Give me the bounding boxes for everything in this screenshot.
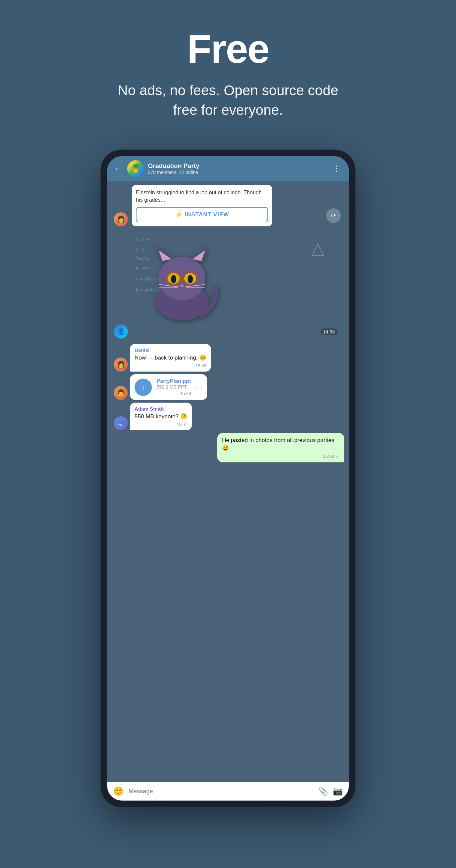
file-download-button[interactable]: ↓ <box>134 379 152 396</box>
user-avatar-3: 👩 <box>114 358 128 372</box>
svg-point-13 <box>180 284 184 287</box>
attach-button[interactable]: 📎 <box>318 786 328 796</box>
chat-body: 👩 Einstein struggled to find a job out o… <box>107 181 349 782</box>
file-message: ↓ PartyPlan.ppt 550.2 MB PPT 15:06 ⋯ <box>130 374 207 400</box>
article-bubble: Einstein struggled to find a job out of … <box>132 185 272 227</box>
phone-screen: ← 🍍 Graduation Party 278 members, 42 onl… <box>107 156 349 801</box>
user-avatar-4: 👨 <box>114 386 128 400</box>
group-info: Graduation Party 278 members, 42 online <box>148 162 326 175</box>
lightning-icon: ⚡ <box>175 211 182 218</box>
hero-subtitle: No ads, no fees. Open source code free f… <box>111 81 345 120</box>
sticker-area: 👤 A = πr² V = l³ P = 2πr A = πr² s = √(r… <box>112 232 344 339</box>
user-avatar-1: 👩 <box>114 212 128 226</box>
user-avatar-5: 🧢 <box>114 416 128 430</box>
message-time-outgoing: 15:08 <box>323 454 334 459</box>
back-button[interactable]: ← <box>113 163 123 175</box>
message-time-daniel: 15:06 <box>195 363 206 368</box>
file-name: PartyPlan.ppt <box>157 378 191 384</box>
cat-sticker <box>142 235 222 332</box>
group-name: Graduation Party <box>148 162 326 169</box>
message-input[interactable] <box>128 788 313 795</box>
group-avatar: 🍍 <box>127 160 144 177</box>
outgoing-message: He pasted in photos from all previous pa… <box>217 433 344 462</box>
article-preview-text: Einstein struggled to find a job out of … <box>136 189 268 204</box>
message-text-adam: 550 MB keynote? 🤔 <box>134 413 187 421</box>
sticker-timestamp: 14:58 <box>321 329 337 335</box>
phone-mockup: ← 🍍 Graduation Party 278 members, 42 onl… <box>101 150 355 807</box>
message-check-icon: ✓ <box>335 454 339 459</box>
group-meta: 278 members, 42 online <box>148 169 326 175</box>
share-icon: ⟳ <box>331 212 336 219</box>
message-row-daniel: 👩 Daniel Now — back to planning. 😉 15:06 <box>112 344 344 372</box>
message-text-outgoing: He pasted in photos from all previous pa… <box>222 436 339 452</box>
article-message-row: 👩 Einstein struggled to find a job out o… <box>112 185 344 227</box>
camera-button[interactable]: 📷 <box>333 786 343 796</box>
daniel-message: Daniel Now — back to planning. 😉 15:06 <box>130 344 211 372</box>
message-time-adam: 15:07 <box>176 422 187 427</box>
message-row-outgoing: He pasted in photos from all previous pa… <box>112 433 344 462</box>
file-message-time: 15:06 <box>180 391 191 396</box>
instant-view-button[interactable]: ⚡ INSTANT VIEW <box>136 207 268 222</box>
math-cone: △ <box>311 238 324 258</box>
sender-name-adam: Adam Smidt <box>134 406 187 412</box>
hero-title: Free <box>13 27 443 71</box>
more-options-button[interactable]: ⋮ <box>330 163 343 174</box>
message-row-file: 👨 ↓ PartyPlan.ppt 550.2 MB PPT 15:06 ⋯ <box>112 374 344 400</box>
file-info: PartyPlan.ppt 550.2 MB PPT 15:06 <box>157 378 191 396</box>
sender-name-daniel: Daniel <box>134 347 206 353</box>
file-size: 550.2 MB PPT <box>157 384 191 390</box>
emoji-button[interactable]: 🙂 <box>113 786 124 797</box>
message-input-bar: 🙂 📎 📷 <box>107 782 349 801</box>
chat-header: ← 🍍 Graduation Party 278 members, 42 onl… <box>107 156 349 181</box>
message-text-daniel: Now — back to planning. 😉 <box>134 354 206 362</box>
svg-point-9 <box>188 275 193 283</box>
adam-message: Adam Smidt 550 MB keynote? 🤔 15:07 <box>130 403 192 430</box>
share-button[interactable]: ⟳ <box>326 208 341 223</box>
user-avatar-2: 👤 <box>114 324 128 339</box>
hero-section: Free No ads, no fees. Open source code f… <box>0 0 456 140</box>
svg-point-8 <box>171 275 176 283</box>
message-row-adam: 🧢 Adam Smidt 550 MB keynote? 🤔 15:07 <box>112 403 344 430</box>
instant-view-label: INSTANT VIEW <box>185 211 229 218</box>
phone-frame: ← 🍍 Graduation Party 278 members, 42 onl… <box>101 150 355 807</box>
file-more-button[interactable]: ⋯ <box>195 383 203 391</box>
